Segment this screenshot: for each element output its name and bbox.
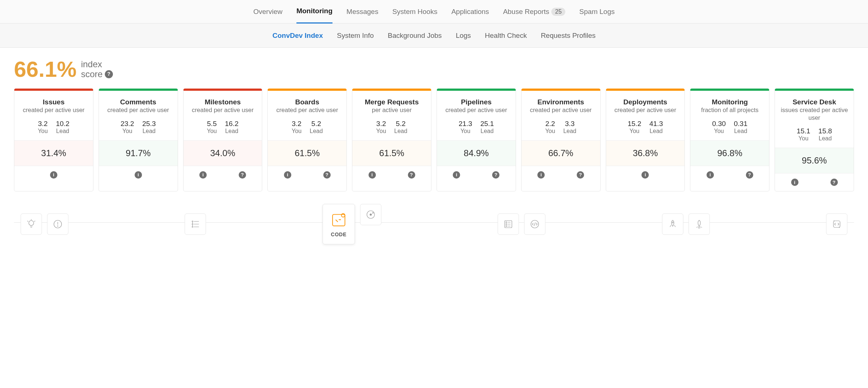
dot-icon[interactable] (360, 204, 381, 225)
lifecycle-stage-label: CODE (331, 231, 346, 237)
lifecycle-group (21, 213, 68, 235)
card-you-value: 0.30 (712, 120, 726, 128)
checklist-icon[interactable] (498, 213, 519, 235)
top-nav: OverviewMonitoringMessagesSystem HooksAp… (0, 0, 868, 24)
card-percent: 96.8% (690, 140, 769, 166)
card-subtitle: issues created per active user (778, 106, 851, 121)
card-you-value: 3.2 (38, 120, 48, 128)
card-lead-label: Lead (480, 128, 494, 134)
card-you-value: 3.2 (376, 120, 386, 128)
card-you-label: You (627, 128, 641, 134)
info-icon[interactable]: i (199, 171, 207, 179)
info-icon[interactable]: i (537, 171, 545, 179)
launch-icon[interactable] (689, 213, 710, 235)
help-icon[interactable]: ? (105, 70, 113, 78)
info-icon[interactable]: i (284, 171, 291, 179)
tab-monitoring[interactable]: Monitoring (296, 0, 332, 24)
card-service-desk: Service Deskissues created per active us… (775, 89, 854, 191)
info-icon[interactable]: i (791, 179, 798, 186)
info-icon[interactable]: i (707, 171, 714, 179)
alert-icon[interactable] (47, 213, 68, 235)
tab-messages[interactable]: Messages (346, 0, 378, 24)
svg-point-16 (672, 222, 673, 223)
card-lead-value: 5.2 (310, 120, 323, 128)
info-icon[interactable]: i (135, 171, 142, 179)
card-you-label: You (712, 128, 726, 134)
card-lead-label: Lead (310, 128, 323, 134)
card-subtitle: created per active user (524, 106, 597, 114)
tab-system-hooks[interactable]: System Hooks (392, 0, 437, 24)
card-lead-label: Lead (649, 128, 663, 134)
card-lead-label: Lead (394, 128, 408, 134)
card-lead-value: 0.31 (734, 120, 747, 128)
subtab-convdev-index[interactable]: ConvDev Index (273, 32, 323, 40)
tab-abuse-reports[interactable]: Abuse Reports25 (503, 0, 565, 24)
card-title: Merge Requests (355, 98, 428, 106)
help-icon[interactable]: ? (492, 171, 499, 179)
help-icon[interactable]: ? (408, 171, 415, 179)
card-subtitle: created per active user (271, 106, 344, 114)
card-monitoring: Monitoringfraction of all projects0.30Yo… (690, 89, 769, 191)
cycle-icon[interactable] (826, 213, 847, 235)
card-title: Milestones (186, 98, 259, 106)
card-title: Monitoring (693, 98, 766, 106)
svg-point-10 (373, 213, 373, 213)
card-title: Pipelines (440, 98, 513, 106)
svg-point-14 (506, 226, 507, 227)
tab-applications[interactable]: Applications (451, 0, 489, 24)
card-percent: 84.9% (437, 140, 516, 166)
card-lead-label: Lead (563, 128, 576, 134)
card-lead-value: 41.3 (649, 120, 663, 128)
page-content: 66.1% index score ? Issuescreated per ac… (0, 48, 868, 253)
svg-point-2 (57, 226, 58, 227)
card-subtitle: created per active user (102, 106, 175, 114)
help-icon[interactable]: ? (746, 171, 753, 179)
card-you-label: You (292, 128, 302, 134)
lifecycle-group (662, 213, 710, 235)
rocket-icon[interactable] (662, 213, 683, 235)
card-lead-label: Lead (56, 128, 70, 134)
code-icon[interactable]: CODE (323, 204, 355, 244)
subtab-logs[interactable]: Logs (456, 32, 471, 40)
card-lead-value: 10.2 (56, 120, 70, 128)
lifecycle-row: CODE (14, 200, 854, 244)
info-icon[interactable]: i (50, 171, 57, 179)
info-icon[interactable]: i (641, 171, 649, 179)
score-value: 66.1% (14, 57, 77, 82)
card-percent: 61.5% (268, 140, 346, 166)
card-subtitle: created per active user (17, 106, 90, 114)
score-header: 66.1% index score ? (14, 57, 854, 82)
card-you-value: 15.2 (627, 120, 641, 128)
card-you-label: You (376, 128, 386, 134)
help-icon[interactable]: ? (577, 171, 584, 179)
info-icon[interactable]: i (369, 171, 376, 179)
tab-overview[interactable]: Overview (253, 0, 282, 24)
subtab-requests-profiles[interactable]: Requests Profiles (541, 32, 595, 40)
lightbulb-icon[interactable] (21, 213, 42, 235)
lifecycle-group (185, 213, 206, 235)
svg-point-9 (370, 214, 372, 216)
svg-rect-6 (332, 215, 345, 226)
lifecycle-group (826, 213, 847, 235)
card-subtitle: created per active user (440, 106, 513, 114)
card-lead-value: 3.3 (563, 120, 576, 128)
card-you-label: You (545, 128, 555, 134)
card-lead-label: Lead (142, 128, 156, 134)
card-you-value: 23.2 (121, 120, 134, 128)
info-icon[interactable]: i (453, 171, 460, 179)
tab-spam-logs[interactable]: Spam Logs (579, 0, 615, 24)
subtab-background-jobs[interactable]: Background Jobs (388, 32, 442, 40)
cards-row: Issuescreated per active user3.2You10.2L… (14, 89, 854, 191)
card-subtitle: created per active user (186, 106, 259, 114)
card-lead-label: Lead (225, 128, 239, 134)
codebracket-icon[interactable] (524, 213, 545, 235)
help-icon[interactable]: ? (239, 171, 246, 179)
list-icon[interactable] (185, 213, 206, 235)
help-icon[interactable]: ? (323, 171, 331, 179)
card-you-value: 2.2 (545, 120, 555, 128)
card-you-label: You (797, 135, 810, 142)
card-comments: Commentscreated per active user23.2You25… (99, 89, 178, 191)
subtab-health-check[interactable]: Health Check (485, 32, 527, 40)
subtab-system-info[interactable]: System Info (337, 32, 374, 40)
help-icon[interactable]: ? (830, 179, 838, 186)
